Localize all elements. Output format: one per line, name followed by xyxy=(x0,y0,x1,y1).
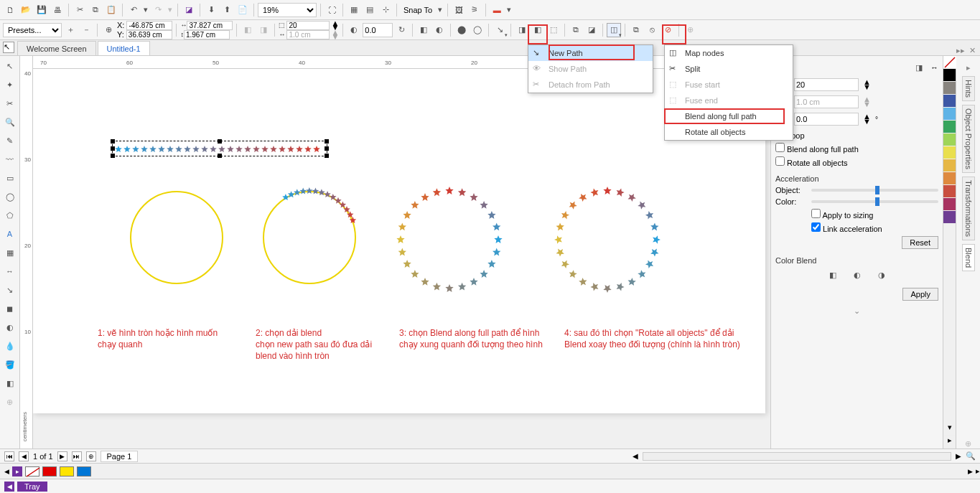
palette-expand-icon[interactable]: ▸ xyxy=(12,466,22,476)
y-input[interactable] xyxy=(126,30,172,39)
save-icon[interactable]: 💾 xyxy=(34,3,49,17)
tray-label[interactable]: Tray xyxy=(17,482,47,492)
tray-toggle-icon[interactable]: ◀ xyxy=(4,482,14,492)
tab-transformations[interactable]: Transformations xyxy=(962,177,975,240)
fullscreen-icon[interactable]: ⛶ xyxy=(325,3,339,17)
options-icon[interactable]: 🖼 xyxy=(452,3,466,17)
apply-sizing-checkbox[interactable]: Apply to sizing xyxy=(811,209,873,220)
docker-steps-input[interactable] xyxy=(794,78,859,91)
remove-preset-icon[interactable]: － xyxy=(79,23,93,37)
eyedropper-tool-icon[interactable]: 💧 xyxy=(3,339,17,353)
swatch[interactable] xyxy=(943,69,956,82)
convert-icon[interactable]: ⊘ xyxy=(661,23,675,37)
spacing-input[interactable] xyxy=(286,30,330,39)
clone-blend-icon[interactable]: ⧉ xyxy=(629,23,643,37)
color-accel-slider[interactable] xyxy=(811,200,938,203)
paste-icon[interactable]: 📋 xyxy=(104,3,118,17)
color-ccw-icon[interactable]: ◑ xyxy=(874,268,889,282)
show-guides-icon[interactable]: ⊹ xyxy=(378,3,393,17)
freehand-tool-icon[interactable]: ✎ xyxy=(3,133,17,148)
page-next-icon[interactable]: ▶ xyxy=(57,451,67,461)
cut-icon[interactable]: ✂ xyxy=(73,3,87,17)
path-properties-icon[interactable]: ↘▾ xyxy=(493,23,507,37)
x-input[interactable] xyxy=(126,21,172,30)
new-file-icon[interactable]: 🗋 xyxy=(3,3,17,17)
color-direct-icon[interactable]: ◧ xyxy=(826,268,840,282)
dimension-tool-icon[interactable]: ↔ xyxy=(3,264,17,278)
launcher-dropdown-icon[interactable]: ▾ xyxy=(505,3,513,17)
launcher-color-icon[interactable]: ▬ xyxy=(490,3,504,17)
doc-swatch-none[interactable] xyxy=(25,466,39,476)
copy-icon[interactable]: ⧉ xyxy=(88,3,103,17)
tab-document[interactable]: Untitled-1 xyxy=(98,41,150,55)
palette-menu-icon[interactable]: ▸ xyxy=(976,466,980,476)
swatch[interactable] xyxy=(943,159,956,172)
crop-tool-icon[interactable]: ✂ xyxy=(3,96,17,111)
more-options-icon[interactable]: ◫▾ xyxy=(607,23,621,37)
blend-options-icon[interactable]: ◧ xyxy=(241,23,255,37)
interactive-fill-icon[interactable]: 🪣 xyxy=(3,357,17,372)
add-toolbar-icon[interactable]: ⊕ xyxy=(683,23,697,37)
import-icon[interactable]: ⬇ xyxy=(204,3,218,17)
presets-select[interactable]: Presets... xyxy=(3,23,62,37)
menu-blend-along-full-path[interactable]: Blend along full path xyxy=(665,108,793,124)
show-rulers-icon[interactable]: ▦ xyxy=(347,3,361,17)
end-object-icon[interactable]: ◧ xyxy=(531,23,545,37)
swatch-more-icon[interactable]: ▸ xyxy=(943,436,956,449)
swatch-scroll-down-icon[interactable]: ▾ xyxy=(943,423,956,436)
table-tool-icon[interactable]: ▦ xyxy=(3,245,17,260)
swatch[interactable] xyxy=(943,146,956,159)
canvas[interactable]: 1: vẽ hình tròn hoặc hình muốn chạy quan… xyxy=(33,69,770,449)
blend-options2-icon[interactable]: ◨ xyxy=(256,23,271,37)
page-last-icon[interactable]: ⏭ xyxy=(72,451,82,461)
pick-tool-icon[interactable]: ↖ xyxy=(3,59,17,73)
object-accel-icon[interactable]: ⬤ xyxy=(454,23,469,37)
reset-button[interactable]: Reset xyxy=(902,236,938,249)
loop-blend-icon[interactable]: ↻ xyxy=(394,23,409,37)
zoom-level-select[interactable]: 19% xyxy=(258,3,317,17)
docker-expand-icon[interactable]: ▸ xyxy=(966,63,971,72)
hscroll-right-icon[interactable]: ▶ xyxy=(956,452,961,460)
polygon-tool-icon[interactable]: ⬠ xyxy=(3,208,17,222)
swatch[interactable] xyxy=(943,185,956,198)
redo-dropdown-icon[interactable]: ▾ xyxy=(167,3,174,17)
tab-object-properties[interactable]: Object Properties xyxy=(962,105,975,173)
swatch-none[interactable] xyxy=(943,56,956,69)
hscroll-left-icon[interactable]: ◀ xyxy=(633,452,638,460)
selected-blend-group[interactable] xyxy=(112,141,327,156)
search-content-icon[interactable]: ◪ xyxy=(182,3,196,17)
blend-along-path-checkbox[interactable]: Blend along full path xyxy=(775,143,859,154)
menu-new-path[interactable]: ↘New Path xyxy=(528,45,653,61)
ellipse-tool-icon[interactable]: ◯ xyxy=(3,189,17,204)
doc-swatch[interactable] xyxy=(77,466,91,476)
palette-scroll-right-icon[interactable]: ▶ xyxy=(968,468,973,475)
navigator-icon[interactable]: 🔍 xyxy=(966,451,976,461)
copy-blend-icon[interactable]: ⧉ xyxy=(569,23,583,37)
height-input[interactable] xyxy=(184,30,230,39)
swatch[interactable] xyxy=(943,108,956,121)
doc-swatch[interactable] xyxy=(42,466,57,476)
doc-swatch[interactable] xyxy=(60,466,74,476)
docker-collapse-icon[interactable]: ⌄ xyxy=(854,306,860,316)
add-tool-icon[interactable]: ⊕ xyxy=(3,395,17,409)
pick-tool-icon[interactable]: ↖ xyxy=(3,42,14,53)
export-icon[interactable]: ⬆ xyxy=(220,3,234,17)
smart-fill-tool-icon[interactable]: ◧ xyxy=(3,376,17,390)
docker-options-icon[interactable]: ◨ xyxy=(912,60,926,75)
swatch[interactable] xyxy=(943,121,956,133)
apply-button[interactable]: Apply xyxy=(902,288,938,301)
swatch[interactable] xyxy=(943,172,956,185)
zoom-tool-icon[interactable]: 🔍 xyxy=(3,115,17,129)
snap-to-label[interactable]: Snap To xyxy=(401,6,435,14)
angle-input[interactable] xyxy=(363,23,393,37)
menu-rotate-all-objects[interactable]: Rotate all objects xyxy=(665,124,793,140)
clear-blend-icon[interactable]: ⦸ xyxy=(645,23,659,37)
print-icon[interactable]: 🖶 xyxy=(50,3,65,17)
tab-hints[interactable]: Hints xyxy=(962,76,975,101)
menu-split[interactable]: ✂Split xyxy=(665,61,793,77)
direct-blend-icon[interactable]: ◐ xyxy=(347,23,361,37)
more-blend-icon[interactable]: ◪ xyxy=(584,23,599,37)
swatch[interactable] xyxy=(943,198,956,211)
snap-dropdown-icon[interactable]: ▾ xyxy=(437,3,444,17)
docker-spacing-input[interactable] xyxy=(794,95,859,108)
